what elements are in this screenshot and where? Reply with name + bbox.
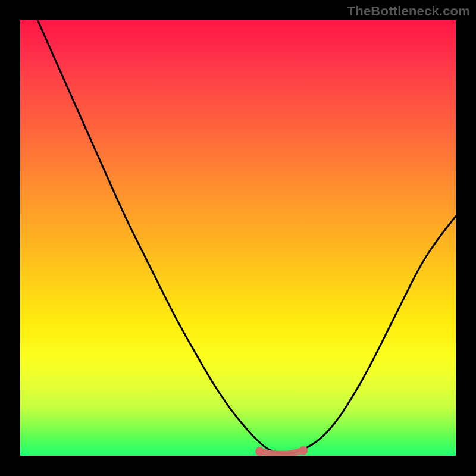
chart-frame: TheBottleneck.com [0, 0, 476, 476]
optimal-band-endpoint [299, 446, 308, 455]
chart-svg [20, 20, 456, 456]
optimal-band-markers [255, 446, 308, 456]
optimal-band-endpoint [255, 447, 264, 456]
watermark-text: TheBottleneck.com [347, 4, 470, 19]
bottleneck-curve-path [37, 20, 456, 453]
optimal-band-stroke [260, 450, 303, 454]
plot-area [20, 20, 456, 456]
bottleneck-curve [37, 20, 456, 453]
